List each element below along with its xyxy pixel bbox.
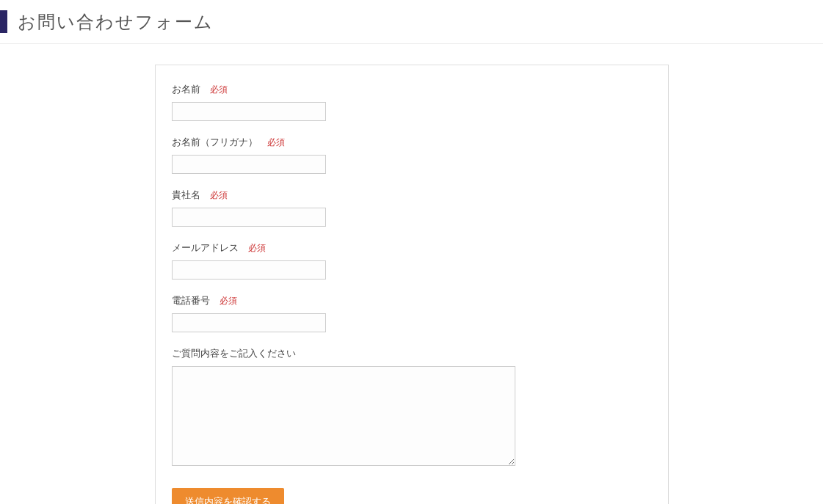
contact-form: お名前 必須 お名前（フリガナ） 必須 貴社名 必須 メールアドレス 必須 bbox=[155, 65, 669, 504]
input-name-kana[interactable] bbox=[172, 155, 326, 174]
label-company-text: 貴社名 bbox=[172, 189, 200, 200]
label-question: ご質問内容をご記入ください bbox=[172, 347, 652, 360]
page-title-bar: お問い合わせフォーム bbox=[0, 0, 823, 44]
input-name[interactable] bbox=[172, 102, 326, 121]
label-company: 貴社名 必須 bbox=[172, 189, 652, 202]
label-name: お名前 必須 bbox=[172, 83, 652, 96]
label-question-text: ご質問内容をご記入ください bbox=[172, 348, 296, 359]
input-company[interactable] bbox=[172, 208, 326, 227]
label-phone: 電話番号 必須 bbox=[172, 294, 652, 307]
required-badge: 必須 bbox=[210, 190, 228, 200]
required-badge: 必須 bbox=[210, 84, 228, 95]
field-phone: 電話番号 必須 bbox=[172, 294, 652, 332]
label-name-kana: お名前（フリガナ） 必須 bbox=[172, 136, 652, 149]
required-badge: 必須 bbox=[248, 243, 266, 253]
input-email[interactable] bbox=[172, 260, 326, 280]
submit-button[interactable]: 送信内容を確認する bbox=[172, 488, 284, 504]
field-name: お名前 必須 bbox=[172, 83, 652, 121]
page-title: お問い合わせフォーム bbox=[0, 10, 823, 33]
label-phone-text: 電話番号 bbox=[172, 295, 210, 306]
field-email: メールアドレス 必須 bbox=[172, 241, 652, 280]
input-phone[interactable] bbox=[172, 313, 326, 332]
input-question[interactable] bbox=[172, 366, 515, 466]
label-email: メールアドレス 必須 bbox=[172, 241, 652, 255]
required-badge: 必須 bbox=[267, 137, 285, 147]
label-email-text: メールアドレス bbox=[172, 242, 239, 253]
label-name-kana-text: お名前（フリガナ） bbox=[172, 136, 258, 147]
field-question: ご質問内容をご記入ください bbox=[172, 347, 652, 469]
required-badge: 必須 bbox=[220, 296, 237, 306]
field-name-kana: お名前（フリガナ） 必須 bbox=[172, 136, 652, 174]
label-name-text: お名前 bbox=[172, 84, 200, 95]
field-company: 貴社名 必須 bbox=[172, 189, 652, 227]
